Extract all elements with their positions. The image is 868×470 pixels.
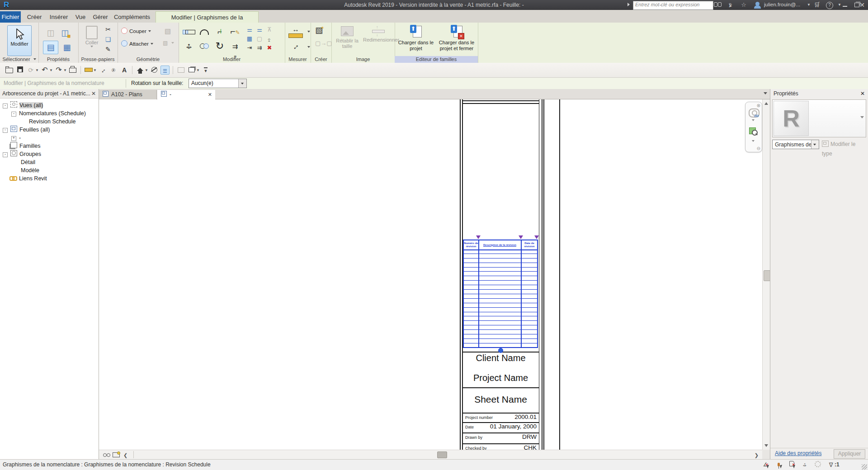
expander-icon[interactable]: - [11, 112, 16, 117]
collapse-view-controls-icon[interactable]: ❮ [123, 452, 127, 458]
create-similar-icon[interactable]: ▢→▢ [315, 40, 332, 47]
temporary-hide-isolate-icon[interactable] [103, 451, 111, 458]
print-icon[interactable] [68, 66, 77, 75]
panel-label-geometry[interactable]: Géométrie [118, 56, 179, 63]
select-by-face-icon[interactable]: ✕ [787, 461, 796, 469]
customize-qat-icon[interactable]: ▼ [201, 66, 210, 75]
resize-grip[interactable] [862, 464, 867, 470]
trim-corner-icon[interactable]: ⌐▏ [212, 25, 227, 39]
expander-icon[interactable]: - [3, 128, 8, 133]
modify-tool-button[interactable]: Modifier [7, 25, 32, 56]
undo-icon[interactable]: ↶ [40, 66, 49, 75]
horizontal-scroll-thumb[interactable] [437, 451, 447, 458]
split-gap-icon[interactable]: ⚌ [255, 25, 264, 34]
resize-button[interactable]: ↑↓ Redimensionner [363, 26, 393, 42]
thin-lines-icon[interactable]: ☰ [160, 66, 170, 75]
paste-button[interactable]: Coller [82, 26, 102, 47]
multi-align-icon[interactable]: ⇉ [255, 43, 264, 52]
search-icon[interactable] [712, 1, 722, 9]
panel-label-create[interactable]: Créer [311, 56, 331, 63]
measure-icon[interactable] [84, 66, 93, 75]
panel-label-properties[interactable]: Propriétés [38, 56, 78, 63]
rotation-on-sheet-select[interactable]: Aucun(e) [189, 79, 247, 88]
wheel-dropdown-icon[interactable] [752, 119, 755, 121]
type-selector[interactable]: R [772, 99, 866, 137]
steering-wheel-2d-icon[interactable]: 2D [749, 108, 760, 118]
apply-button[interactable]: Appliquer [834, 449, 865, 459]
match-type-brush-icon[interactable]: ✎ [104, 45, 113, 53]
redo-dropdown-icon[interactable]: ▼ [63, 68, 67, 72]
join-geometry-button[interactable]: Attacher [121, 39, 153, 49]
view-tab-list-icon[interactable] [764, 92, 767, 94]
tab-creer[interactable]: Créer [23, 11, 46, 23]
rotate-tool-icon[interactable]: ↻ [212, 39, 227, 54]
type-selector-dropdown-icon[interactable] [860, 116, 864, 118]
tree-item-detail[interactable]: Détail [21, 158, 35, 166]
signed-in-account[interactable]: julien.frouin@... [764, 2, 800, 7]
panel-label-image[interactable]: Image [331, 56, 395, 63]
tab-fichier[interactable]: Fichier [0, 11, 21, 23]
panel-label-select[interactable]: Sélectionner [0, 56, 38, 63]
mirror-tool-icon[interactable]: ⇉⇈ [227, 39, 243, 54]
tree-item-model[interactable]: Modèle [21, 166, 39, 174]
align-tool-icon[interactable] [181, 25, 197, 39]
help-search-input[interactable]: Entrez mot-clé ou expression [633, 1, 713, 10]
expander-icon[interactable]: - [3, 103, 8, 108]
tag-icon[interactable]: ⍟ [109, 66, 118, 75]
measure-dropdown-icon[interactable] [307, 31, 310, 33]
cut-to-clipboard-icon[interactable]: ✂ [104, 25, 113, 33]
tree-item-families[interactable]: Familles [10, 142, 41, 150]
delete-icon[interactable]: ✖ [264, 43, 274, 52]
vertical-scroll-thumb[interactable] [764, 270, 770, 281]
switch-windows-dropdown-icon[interactable]: ▼ [196, 68, 200, 72]
aligned-dimension-icon[interactable]: ↔ [96, 64, 109, 76]
close-properties-icon[interactable]: ✕ [860, 89, 865, 98]
save-icon[interactable] [15, 66, 24, 75]
panel-label-measure[interactable]: Mesurer [285, 56, 311, 63]
minimize-button[interactable] [839, 0, 851, 10]
redo-icon[interactable]: ↷ [54, 66, 63, 75]
type-properties-icon[interactable]: ◫ [43, 26, 58, 40]
undo-dropdown-icon[interactable]: ▼ [49, 68, 53, 72]
revision-schedule-table[interactable]: Numéro de révision Description de la rév… [463, 240, 538, 348]
app-store-cart-icon[interactable]: 🛒︎ [812, 1, 822, 9]
restore-size-button[interactable]: Rétablir la taille [332, 26, 362, 49]
horizontal-scrollbar[interactable]: ❮ ❯ [99, 450, 762, 459]
navbar-close-icon[interactable]: ⊗ [757, 103, 760, 108]
column-grip-icon[interactable] [534, 235, 539, 239]
tab-gerer[interactable]: Gérer [90, 11, 111, 23]
account-icon[interactable] [752, 1, 762, 9]
close-button[interactable]: ✕ [856, 0, 868, 10]
properties-header[interactable]: Propriétés ✕ [770, 89, 868, 98]
show-hidden-lines-icon[interactable]: ▧ [165, 27, 171, 35]
communication-center-icon[interactable]: 📡︎ [725, 1, 735, 9]
view-tab-active[interactable]: -✕ [157, 90, 215, 99]
copy-tool-icon[interactable] [197, 39, 212, 54]
dimension-dropdown-icon[interactable] [307, 46, 310, 48]
section-icon[interactable] [150, 66, 159, 75]
offset-tool-icon[interactable] [197, 25, 212, 39]
tab-complements[interactable]: Compléments [111, 11, 153, 23]
copy-to-clipboard-icon[interactable]: ❏ [104, 35, 113, 43]
panel-label-clipboard[interactable]: Presse-papiers [78, 56, 118, 63]
filter-icon[interactable]: ∇ [826, 461, 835, 469]
tree-item-views[interactable]: -Vues (all) [3, 101, 43, 109]
tree-item-revit-links[interactable]: Liens Revit [9, 174, 47, 183]
load-into-project-close-button[interactable]: ⬆︎✕ Charger dans le projet et fermer [437, 25, 476, 52]
vertical-scrollbar[interactable] [762, 99, 770, 450]
reveal-hidden-elements-icon[interactable] [113, 452, 120, 457]
text-icon[interactable]: A [120, 66, 129, 75]
tab-inserer[interactable]: Insérer [46, 11, 71, 23]
scroll-down-icon[interactable] [764, 444, 768, 447]
trim-edit-icon[interactable]: ⌐✎ [227, 25, 243, 39]
3d-view-dropdown-icon[interactable]: ▼ [145, 68, 148, 72]
tree-item-sheet-dash[interactable]: +- [11, 134, 21, 142]
help-icon[interactable]: ? [825, 1, 835, 9]
project-browser-header[interactable]: Arborescence du projet - A1 metric... ✕ [0, 89, 99, 99]
schedule-move-grip[interactable] [498, 348, 503, 353]
scale-icon[interactable]: ▢ [255, 34, 264, 43]
close-hidden-windows-icon[interactable] [176, 66, 185, 75]
filter-combo[interactable]: Graphismes de [772, 140, 819, 149]
tree-item-schedules[interactable]: -Nomenclatures (Schedule) [11, 109, 86, 118]
split-element-icon[interactable]: ⚌ [245, 25, 255, 34]
